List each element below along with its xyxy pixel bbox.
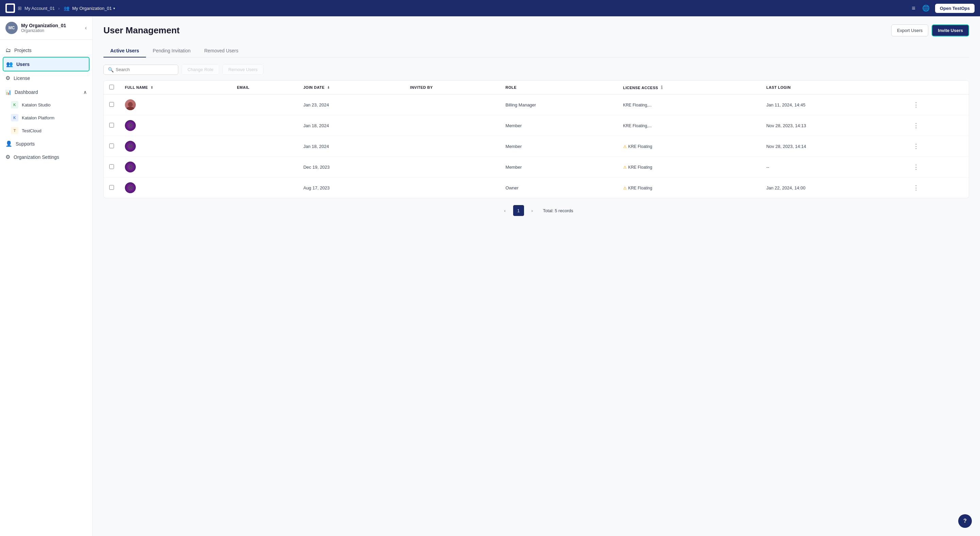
supports-icon: 👤	[5, 140, 12, 147]
sidebar: MC My Organization_01 Organization ‹ 🗂 P…	[0, 16, 92, 536]
user-email	[231, 136, 298, 157]
tab-active-users[interactable]: Active Users	[103, 44, 146, 57]
notifications-icon[interactable]: ≡	[911, 3, 917, 13]
user-last-login: Nov 28, 2023, 14:13	[761, 115, 905, 136]
org-settings-icon: ⚙	[5, 154, 10, 160]
sidebar-item-users[interactable]: 👥 Users	[3, 57, 89, 71]
user-join-date: Jan 18, 2024	[298, 136, 404, 157]
toolbar: 🔍 Change Role Remove Users	[103, 64, 969, 75]
user-join-date: Jan 18, 2024	[298, 115, 404, 136]
user-invited-by	[404, 157, 500, 178]
col-role: ROLE	[500, 81, 617, 95]
user-license-access: KRE Floating,...	[617, 115, 761, 136]
search-input[interactable]	[116, 67, 174, 72]
user-join-date: Aug 17, 2023	[298, 178, 404, 198]
col-invited-by: INVITED BY	[404, 81, 500, 95]
warning-icon: ⚠	[623, 186, 627, 190]
main-content: User Management Export Users Invite User…	[92, 16, 980, 536]
sidebar-section-main: 🗂 Projects 👥 Users ⚙ License	[0, 43, 92, 86]
license-icon: ⚙	[5, 75, 10, 81]
license-value: KRE Floating	[628, 165, 652, 170]
avatar	[125, 99, 136, 110]
col-join-date[interactable]: JOIN DATE ⬇	[298, 81, 404, 95]
sidebar-item-label: Users	[16, 62, 30, 67]
user-email	[231, 115, 298, 136]
help-button[interactable]: ?	[958, 514, 972, 528]
user-license-access: ⚠KRE Floating	[617, 136, 761, 157]
row-action-menu-button[interactable]: ⋮	[910, 182, 922, 193]
dashboard-icon: 📊	[5, 89, 11, 95]
user-join-date: Dec 19, 2023	[298, 157, 404, 178]
sidebar-item-testcloud[interactable]: T TestCloud	[3, 124, 92, 137]
katalon-platform-icon: K	[11, 114, 18, 121]
row-checkbox-4[interactable]	[109, 164, 114, 169]
account-breadcrumb[interactable]: My Account_01 ›	[24, 6, 61, 11]
row-checkbox-1[interactable]	[109, 102, 114, 107]
user-join-date: Jan 23, 2024	[298, 95, 404, 115]
search-box[interactable]: 🔍	[103, 65, 178, 75]
next-page-button[interactable]: ›	[527, 205, 538, 216]
row-action-menu-button[interactable]: ⋮	[910, 162, 922, 172]
row-checkbox-3[interactable]	[109, 144, 114, 148]
change-role-button[interactable]: Change Role	[182, 64, 219, 75]
account-label: My Account_01	[24, 6, 55, 11]
sort-active-icon: ⬇	[327, 86, 330, 89]
page-header: User Management Export Users Invite User…	[103, 24, 969, 36]
org-name: My Organization_01	[21, 23, 82, 28]
projects-icon: 🗂	[5, 47, 11, 53]
user-invited-by	[404, 136, 500, 157]
col-actions	[905, 81, 969, 95]
table-row: ❄Dec 19, 2023Member⚠KRE Floating--⋮	[104, 157, 969, 178]
sidebar-item-license[interactable]: ⚙ License	[0, 71, 92, 85]
tabs-bar: Active Users Pending Invitation Removed …	[103, 44, 969, 57]
open-testops-button[interactable]: Open TestOps	[935, 4, 975, 13]
page-title: User Management	[103, 25, 180, 36]
top-nav: ⊞ My Account_01 › 👥 My Organization_01 ▾…	[0, 0, 980, 16]
user-role: Owner	[500, 178, 617, 198]
sidebar-collapse-button[interactable]: ‹	[85, 25, 87, 31]
sidebar-sublabel: Katalon Platform	[22, 115, 54, 121]
sidebar-item-katalon-studio[interactable]: K Katalon Studio	[3, 98, 92, 111]
page-1-button[interactable]: 1	[513, 205, 524, 216]
row-checkbox-2[interactable]	[109, 123, 114, 128]
user-license-access: KRE Floating,...	[617, 95, 761, 115]
avatar: ❄	[125, 120, 136, 131]
sidebar-item-katalon-platform[interactable]: K Katalon Platform	[3, 111, 92, 124]
prev-page-button[interactable]: ‹	[500, 205, 511, 216]
row-action-menu-button[interactable]: ⋮	[910, 100, 922, 110]
language-icon[interactable]: 🌐	[921, 3, 931, 13]
row-checkbox-5[interactable]	[109, 185, 114, 190]
row-action-menu-button[interactable]: ⋮	[910, 141, 922, 151]
sidebar-item-label: License	[14, 76, 30, 81]
sidebar-item-projects[interactable]: 🗂 Projects	[0, 44, 92, 57]
org-label: My Organization_01	[72, 6, 111, 11]
license-value: KRE Floating	[628, 186, 652, 190]
user-license-access: ⚠KRE Floating	[617, 157, 761, 178]
user-last-login: --	[761, 157, 905, 178]
chevron-up-icon: ∧	[83, 89, 87, 95]
avatar: ❄	[125, 182, 136, 193]
sidebar-item-supports[interactable]: 👤 Supports	[0, 137, 92, 150]
export-users-button[interactable]: Export Users	[891, 24, 928, 36]
select-all-checkbox[interactable]	[109, 85, 114, 89]
tab-removed-users[interactable]: Removed Users	[197, 44, 245, 57]
tab-pending-invitation[interactable]: Pending Invitation	[146, 44, 197, 57]
dashboard-label: Dashboard	[14, 89, 38, 95]
license-info-icon[interactable]: ℹ	[661, 85, 663, 90]
invite-users-button[interactable]: Invite Users	[932, 24, 969, 36]
user-last-login: Jan 11, 2024, 14:45	[761, 95, 905, 115]
org-info: My Organization_01 Organization	[21, 23, 82, 33]
user-invited-by	[404, 115, 500, 136]
col-full-name[interactable]: FULL NAME ⬆	[119, 81, 231, 95]
user-last-login: Nov 28, 2023, 14:14	[761, 136, 905, 157]
org-breadcrumb[interactable]: My Organization_01 ▾	[72, 6, 115, 11]
search-icon: 🔍	[108, 67, 114, 73]
remove-users-button[interactable]: Remove Users	[223, 64, 263, 75]
sidebar-item-dashboard[interactable]: 📊 Dashboard ∧	[0, 86, 92, 98]
row-action-menu-button[interactable]: ⋮	[910, 121, 922, 131]
warning-icon: ⚠	[623, 144, 627, 149]
user-role: Member	[500, 136, 617, 157]
sidebar-item-org-settings[interactable]: ⚙ Organization Settings	[0, 150, 92, 163]
select-all-header[interactable]	[104, 81, 119, 95]
nav-right-actions: ≡ 🌐 Open TestOps	[911, 3, 975, 13]
